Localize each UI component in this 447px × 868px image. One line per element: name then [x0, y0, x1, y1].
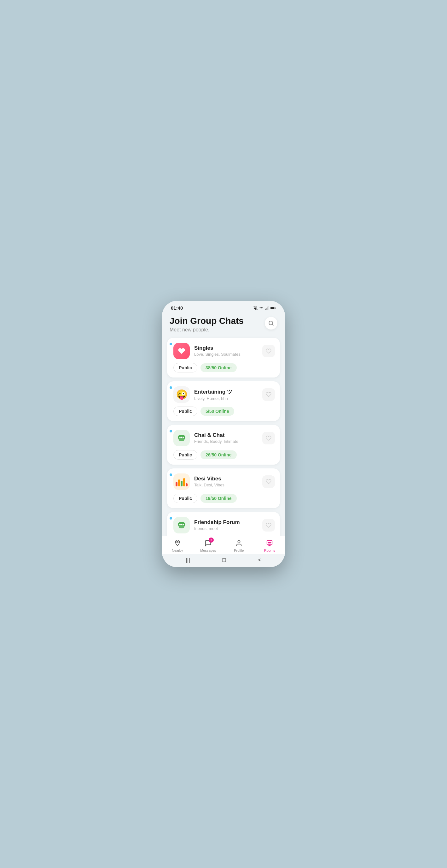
card-top: 😜 Entertaining ツ Lively, Humor, hhh [173, 386, 275, 403]
page-subtitle: Meet new people. [170, 327, 244, 333]
nav-rooms[interactable]: Rooms [260, 539, 279, 552]
svg-rect-1 [265, 308, 266, 310]
header: Join Group Chats Meet new people. [162, 312, 285, 337]
search-icon [268, 320, 274, 326]
svg-rect-2 [266, 308, 267, 310]
active-dot [170, 386, 172, 389]
group-card-desi-vibes[interactable]: Desi Vibes Talk, Desi, Vibes Public 19/5… [167, 468, 280, 508]
svg-point-20 [176, 541, 178, 543]
group-icon-entertaining: 😜 [173, 386, 190, 403]
svg-point-13 [181, 436, 182, 438]
group-icon-desi-vibes [173, 473, 190, 490]
header-titles: Join Group Chats Meet new people. [170, 316, 244, 333]
visibility-badge: Public [173, 494, 197, 503]
group-icon-chai-chat [173, 430, 190, 446]
card-bottom: Public 5/50 Online [173, 407, 275, 416]
messages-label: Messages [200, 549, 216, 552]
notch [205, 301, 242, 310]
card-bottom: Public 38/50 Online [173, 363, 275, 372]
group-info-chai-chat: Chai & Chat Friends, Buddy, Intimate [194, 432, 238, 444]
nav-square-button[interactable]: □ [222, 557, 226, 563]
visibility-badge: Public [173, 407, 197, 416]
nav-messages[interactable]: 2 Messages [199, 539, 217, 552]
group-card-entertaining[interactable]: 😜 Entertaining ツ Lively, Humor, hhh [167, 381, 280, 421]
card-left: 😜 Entertaining ツ Lively, Humor, hhh [173, 386, 232, 403]
status-icons [253, 306, 276, 310]
svg-rect-3 [267, 307, 267, 310]
svg-rect-7 [271, 307, 274, 309]
bottom-nav: Nearby 2 Messages Profile [162, 536, 285, 554]
nav-nearby[interactable]: Nearby [168, 539, 187, 552]
card-top: Friendship Forum friends, meet [173, 517, 275, 533]
battery-icon [271, 307, 276, 310]
messages-badge: 2 [209, 537, 214, 542]
status-time: 01:40 [171, 305, 183, 311]
nav-lines-button[interactable]: ||| [186, 557, 190, 563]
heart-outline-icon [266, 522, 271, 528]
card-bottom: Public 26/50 Online [173, 450, 275, 460]
active-dot [170, 517, 172, 520]
visibility-badge: Public [173, 450, 197, 460]
group-info-entertaining: Entertaining ツ Lively, Humor, hhh [194, 388, 232, 401]
card-bottom: Public 19/50 Online [173, 494, 275, 503]
group-tags: friends, meet [194, 526, 240, 531]
group-card-chai-chat[interactable]: Chai & Chat Friends, Buddy, Intimate Pub… [167, 425, 280, 465]
group-tags: Friends, Buddy, Intimate [194, 439, 238, 444]
profile-icon [235, 539, 243, 548]
chat-bubble-icon [177, 521, 186, 530]
favorite-button-desi-vibes[interactable] [262, 475, 275, 488]
visibility-badge: Public [173, 363, 197, 372]
svg-point-18 [181, 524, 182, 525]
signal-icon [265, 306, 269, 310]
group-name: Chai & Chat [194, 432, 238, 438]
svg-rect-16 [179, 525, 184, 528]
svg-point-17 [179, 524, 181, 525]
rooms-icon [265, 539, 274, 548]
group-card-friendship-forum[interactable]: Friendship Forum friends, meet Public 23… [167, 512, 280, 536]
nearby-label: Nearby [172, 549, 183, 552]
online-badge: 38/50 Online [201, 363, 236, 372]
favorite-button-friendship-forum[interactable] [262, 519, 275, 531]
svg-point-26 [269, 542, 270, 543]
heart-outline-icon [266, 479, 271, 485]
group-info-friendship-forum: Friendship Forum friends, meet [194, 519, 240, 531]
wifi-icon [259, 306, 264, 310]
nav-back-button[interactable]: < [258, 557, 261, 563]
svg-point-12 [179, 436, 181, 438]
svg-rect-4 [268, 306, 268, 310]
group-info-singles: Singles Love, Singles, Soulmates [194, 345, 241, 357]
nav-profile[interactable]: Profile [230, 539, 248, 552]
messages-icon: 2 [204, 539, 212, 548]
svg-point-27 [271, 542, 271, 543]
bars-chart-icon [176, 477, 187, 486]
card-top: Desi Vibes Talk, Desi, Vibes [173, 473, 275, 490]
home-indicator: ||| □ < [162, 554, 285, 567]
page-title: Join Group Chats [170, 316, 244, 327]
svg-rect-11 [179, 437, 184, 441]
favorite-button-singles[interactable] [262, 345, 275, 357]
search-button[interactable] [265, 317, 277, 330]
group-tags: Lively, Humor, hhh [194, 396, 232, 401]
favorite-button-entertaining[interactable] [262, 388, 275, 401]
card-left: Friendship Forum friends, meet [173, 517, 240, 533]
nearby-icon [173, 539, 182, 548]
chat-bubble-icon [177, 433, 186, 443]
svg-point-19 [182, 524, 184, 525]
group-name: Singles [194, 345, 241, 351]
group-icon-friendship-forum [173, 517, 190, 533]
favorite-button-chai-chat[interactable] [262, 432, 275, 444]
group-tags: Talk, Desi, Vibes [194, 483, 225, 487]
active-dot [170, 473, 172, 476]
svg-point-21 [238, 541, 240, 543]
svg-rect-6 [275, 307, 276, 308]
card-left: Singles Love, Singles, Soulmates [173, 343, 241, 359]
svg-point-14 [182, 436, 184, 438]
group-info-desi-vibes: Desi Vibes Talk, Desi, Vibes [194, 476, 225, 487]
active-dot [170, 430, 172, 432]
group-name: Entertaining ツ [194, 388, 232, 396]
group-card-singles[interactable]: Singles Love, Singles, Soulmates Public … [167, 338, 280, 377]
mute-icon [253, 306, 258, 310]
heart-outline-icon [266, 348, 271, 354]
active-dot [170, 343, 172, 345]
heart-outline-icon [266, 435, 271, 441]
